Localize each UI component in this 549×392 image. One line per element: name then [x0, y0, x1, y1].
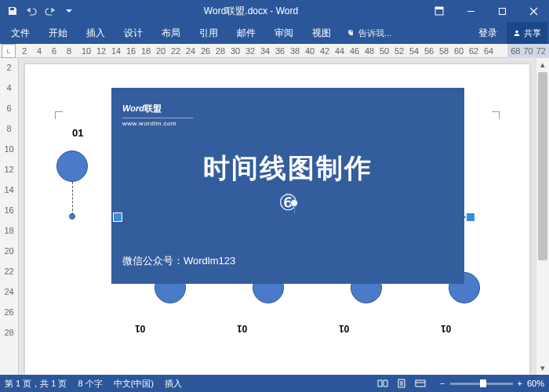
zoom-out[interactable]: − — [440, 379, 445, 388]
scroll-up[interactable]: ▴ — [536, 58, 549, 71]
timeline-label-01: 01 — [72, 127, 83, 139]
undo-button[interactable] — [22, 2, 41, 20]
zoom-level[interactable]: 60% — [527, 379, 544, 388]
svg-rect-2 — [499, 8, 505, 14]
zoom-control: − + 60% — [440, 379, 544, 388]
minimize-button[interactable] — [455, 0, 486, 22]
banner-url: www.wordlm.com — [122, 118, 193, 127]
read-mode-icon[interactable] — [374, 376, 391, 390]
page[interactable]: 01 01 01 01 01 Word联盟 www.wordlm.com 时间线… — [25, 64, 529, 375]
qat-customize[interactable] — [60, 2, 78, 20]
banner-number: ⑥ — [111, 190, 464, 216]
tab-design[interactable]: 设计 — [115, 22, 152, 44]
selection-handle-left[interactable] — [113, 212, 122, 222]
maximize-button[interactable] — [486, 0, 518, 22]
word-count[interactable]: 8 个字 — [78, 378, 102, 390]
timeline-label: 01 — [441, 323, 451, 334]
timeline-label: 01 — [339, 323, 349, 334]
tab-insert[interactable]: 插入 — [77, 22, 115, 44]
svg-rect-5 — [350, 32, 353, 35]
banner-logo: Word联盟 — [122, 99, 162, 115]
page-viewport[interactable]: 01 01 01 01 01 Word联盟 www.wordlm.com 时间线… — [19, 58, 536, 375]
tab-references[interactable]: 引用 — [190, 22, 227, 44]
scroll-down[interactable]: ▾ — [536, 361, 549, 375]
timeline-dot — [69, 213, 75, 220]
scroll-thumb[interactable] — [538, 72, 547, 260]
horizontal-ruler[interactable]: L 24681012141618202224262830323436384042… — [0, 44, 549, 58]
document-area: 246810121416182022242628 01 01 01 01 01 … — [0, 58, 549, 375]
insert-mode[interactable]: 插入 — [165, 378, 182, 390]
timeline-label: 01 — [135, 323, 145, 334]
print-layout-icon[interactable] — [393, 376, 410, 390]
tab-review[interactable]: 审阅 — [265, 22, 303, 44]
close-button[interactable] — [518, 0, 549, 22]
window-title: Word联盟.docx - Word — [78, 5, 424, 18]
redo-button[interactable] — [41, 2, 60, 20]
quick-access-toolbar — [0, 2, 78, 20]
ribbon-tabs: 文件 开始 插入 设计 布局 引用 邮件 审阅 视图 告诉我... 登录 共享 — [0, 22, 549, 44]
save-button[interactable] — [3, 2, 22, 20]
tab-layout[interactable]: 布局 — [152, 22, 190, 44]
margin-marker — [55, 111, 63, 119]
margin-marker — [492, 111, 500, 119]
timeline-stem — [72, 182, 73, 215]
tab-file[interactable]: 文件 — [2, 22, 39, 44]
language[interactable]: 中文(中国) — [114, 378, 154, 390]
svg-rect-8 — [416, 380, 425, 387]
tab-view[interactable]: 视图 — [303, 22, 340, 44]
share-button[interactable]: 共享 — [507, 22, 547, 44]
tab-home[interactable]: 开始 — [39, 22, 77, 44]
timeline-label: 01 — [237, 323, 247, 334]
tab-mailings[interactable]: 邮件 — [227, 22, 265, 44]
rotate-stem — [294, 206, 295, 214]
tell-me-search[interactable]: 告诉我... — [340, 22, 398, 44]
tab-selector[interactable]: L — [2, 44, 16, 58]
status-bar: 第 1 页，共 1 页 8 个字 中文(中国) 插入 确定 − + 60% — [0, 375, 549, 392]
title-banner-image[interactable]: Word联盟 www.wordlm.com 时间线图制作 ⑥ 微信公众号：Wor… — [111, 88, 464, 284]
title-bar: Word联盟.docx - Word — [0, 0, 549, 22]
svg-rect-1 — [435, 7, 443, 9]
login-button[interactable]: 登录 — [469, 22, 507, 44]
selection-handle-right[interactable] — [466, 212, 475, 222]
ribbon-display-options[interactable] — [424, 0, 455, 22]
view-switcher — [374, 376, 429, 390]
web-layout-icon[interactable] — [412, 376, 429, 390]
zoom-in[interactable]: + — [518, 379, 522, 388]
zoom-slider[interactable] — [450, 383, 513, 385]
vertical-scrollbar[interactable]: ▴ ▾ — [536, 58, 549, 375]
timeline-circle[interactable] — [56, 151, 88, 182]
vertical-ruler[interactable]: 246810121416182022242628 — [0, 58, 19, 375]
banner-title: 时间线图制作 — [111, 151, 464, 187]
zoom-thumb[interactable] — [480, 379, 486, 387]
svg-point-6 — [515, 30, 518, 33]
window-controls — [424, 0, 549, 22]
banner-subtitle: 微信公众号：Wordlm123 — [122, 254, 235, 268]
page-count[interactable]: 第 1 页，共 1 页 — [5, 378, 67, 390]
